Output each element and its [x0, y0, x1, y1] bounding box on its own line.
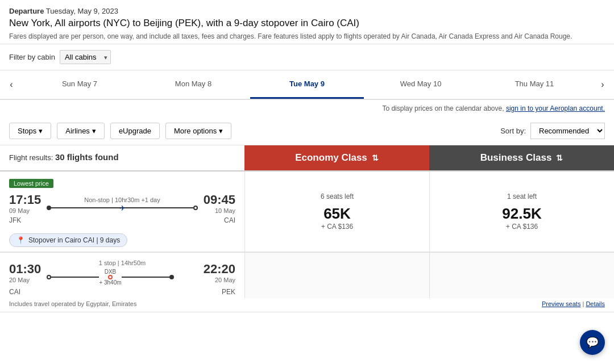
- details-link[interactable]: Details: [586, 300, 605, 307]
- more-options-filter[interactable]: More options ▾: [165, 123, 231, 139]
- flight-2-bottom: Includes travel operated by Egyptair, Em…: [0, 298, 614, 312]
- stop-extra: + 3h40m: [99, 279, 121, 286]
- flight-2-dot-right: [169, 275, 174, 279]
- airlines-label: Airlines: [65, 127, 90, 135]
- economy-class-header[interactable]: Economy Class ⇅: [244, 145, 429, 170]
- sort-select[interactable]: Recommended: [530, 123, 605, 139]
- more-options-chevron: ▾: [219, 127, 223, 135]
- calendar-next-arrow[interactable]: ›: [591, 70, 614, 99]
- flight-1-business-amount: 92.5K: [502, 205, 541, 223]
- cal-day-4-label: Thu May 11: [482, 80, 587, 88]
- preview-seats-link[interactable]: Preview seats: [542, 300, 580, 307]
- flight-2-note: Includes travel operated by Egyptair, Em…: [9, 300, 136, 307]
- cal-day-0[interactable]: Sun May 7: [23, 70, 136, 99]
- stops-label: Stops: [18, 127, 36, 135]
- flight-1-type: Non-stop: [84, 196, 110, 203]
- stops-filter[interactable]: Stops ▾: [9, 123, 51, 139]
- flight-2-times: 01:30 20 May 1 stop | 14hr50m DXB: [9, 260, 235, 286]
- signin-note-text: To display prices on the calendar above,: [382, 104, 504, 112]
- eupgrade-label: eUpgrade: [119, 127, 151, 135]
- flight-2-arr-airport: PEK: [222, 288, 235, 296]
- flight-1-arr-time: 09:45: [204, 193, 235, 207]
- stop-marker: DXB + 3h40m: [99, 269, 121, 286]
- flight-1-arr-airport: CAI: [224, 216, 235, 224]
- flight-1-times: 17:15 09 May Non-stop | 10hr30m +1 day ✈: [9, 193, 235, 214]
- departure-label: Departure: [9, 7, 44, 15]
- route-dot-left-1: [47, 206, 51, 210]
- sort-label: Sort by:: [500, 127, 526, 135]
- cal-day-3-label: Wed May 10: [368, 80, 473, 88]
- signin-link[interactable]: sign in to your Aeroplan account.: [506, 104, 605, 112]
- cal-day-2[interactable]: Tue May 9: [250, 70, 364, 99]
- flight-1-arr-date: 10 May: [204, 207, 235, 214]
- flight-1-economy-seats: 6 seats left: [321, 193, 354, 200]
- flight-1-dep-time: 17:15: [9, 193, 41, 207]
- calendar-nav: ‹ Sun May 7 Mon May 8 Tue May 9 Wed May …: [0, 70, 614, 100]
- flight-1-duration: 10hr30m +1 day: [115, 196, 160, 203]
- flight-1-economy-amount: 65K: [323, 205, 351, 223]
- route-seg-1: [51, 277, 99, 278]
- flight-1-business-price[interactable]: 1 seat left 92.5K + CA $136: [429, 171, 614, 252]
- flight-2-dep-date: 20 May: [9, 277, 41, 283]
- cal-day-1-label: Mon May 8: [141, 80, 246, 88]
- lowest-price-badge: Lowest price: [9, 179, 53, 188]
- economy-class-label: Economy Class: [295, 152, 367, 164]
- flight-2-economy-placeholder: [244, 253, 429, 298]
- flight-count: 30 flights found: [55, 152, 119, 162]
- flight-1-business-sub: + CA $136: [506, 223, 538, 231]
- flight-2-arr-time: 22:20: [204, 262, 235, 277]
- stopover-badge: 📍 Stopover in Cairo CAI | 9 days: [9, 233, 127, 247]
- cal-day-4[interactable]: Thu May 11: [478, 70, 591, 99]
- flight-1-economy-price[interactable]: 6 seats left 65K + CA $136: [244, 171, 429, 252]
- flight-2-type: 1 stop: [99, 260, 116, 266]
- sort-section: Sort by: Recommended: [500, 123, 605, 139]
- more-options-label: More options: [174, 127, 217, 135]
- flight-1-business-seats: 1 seat left: [507, 193, 537, 200]
- flight-results-label: Flight results:: [9, 153, 53, 162]
- airlines-chevron: ▾: [92, 127, 96, 135]
- plane-icon-1: ✈: [119, 204, 126, 212]
- flight-1-dep-airport: JFK: [9, 216, 21, 224]
- economy-sort-arrows: ⇅: [372, 154, 379, 162]
- stop-code: DXB: [105, 269, 117, 275]
- flight-1-meta: Non-stop | 10hr30m +1 day: [84, 196, 160, 203]
- route-heading: New York, All airports (NYC) to Beijing …: [9, 18, 605, 29]
- airlines-filter[interactable]: Airlines ▾: [57, 123, 105, 139]
- departure-date: Tuesday, May 9, 2023: [46, 7, 118, 15]
- cabin-select[interactable]: All cabins Economy Business: [60, 50, 111, 64]
- flight-1-dep-date: 09 May: [9, 207, 41, 214]
- flight-1-economy-sub: + CA $136: [321, 223, 353, 231]
- signin-note-area: To display prices on the calendar above,…: [0, 100, 614, 117]
- flight-2-duration: 14hr50m: [121, 260, 146, 266]
- business-sort-arrows: ⇅: [556, 154, 563, 162]
- flight-2-business-placeholder: [429, 253, 614, 298]
- flight-2-meta: 1 stop | 14hr50m: [99, 260, 146, 266]
- business-class-header[interactable]: Business Class ⇅: [429, 145, 614, 170]
- flight-2-dep-time: 01:30: [9, 262, 41, 277]
- cal-day-2-label: Tue May 9: [255, 80, 359, 88]
- stop-dot: [108, 275, 113, 279]
- flight-2-dot-left: [47, 275, 51, 279]
- stops-chevron: ▾: [39, 127, 43, 135]
- results-title-cell: Flight results: 30 flights found: [0, 145, 244, 170]
- cal-day-1[interactable]: Mon May 8: [136, 70, 250, 99]
- results-header: Flight results: 30 flights found Economy…: [0, 145, 614, 171]
- stopover-text: Stopover in Cairo CAI | 9 days: [28, 236, 120, 244]
- filter-cabin-label: Filter by cabin: [9, 53, 55, 61]
- flight-2-arr-date: 20 May: [204, 277, 235, 283]
- flight-2-dep-airport: CAI: [9, 288, 20, 296]
- cal-day-3[interactable]: Wed May 10: [364, 70, 478, 99]
- fare-note: Fares displayed are per person, one way,…: [9, 32, 605, 40]
- pin-icon: 📍: [16, 236, 25, 244]
- flight-2-links: Preview seats | Details: [542, 300, 605, 307]
- business-class-label: Business Class: [480, 152, 552, 164]
- flight-1-info: Lowest price 17:15 09 May Non-stop | 10h…: [0, 171, 244, 252]
- eupgrade-filter[interactable]: eUpgrade: [110, 123, 160, 139]
- filter-bar: Stops ▾ Airlines ▾ eUpgrade More options…: [0, 117, 614, 145]
- route-line-1: ✈: [51, 207, 193, 208]
- calendar-prev-arrow[interactable]: ‹: [0, 70, 23, 99]
- cal-day-0-label: Sun May 7: [27, 80, 132, 88]
- flight-2-info: 01:30 20 May 1 stop | 14hr50m DXB: [0, 253, 244, 298]
- route-seg-2: [122, 277, 169, 278]
- route-dot-right-1: [193, 206, 198, 210]
